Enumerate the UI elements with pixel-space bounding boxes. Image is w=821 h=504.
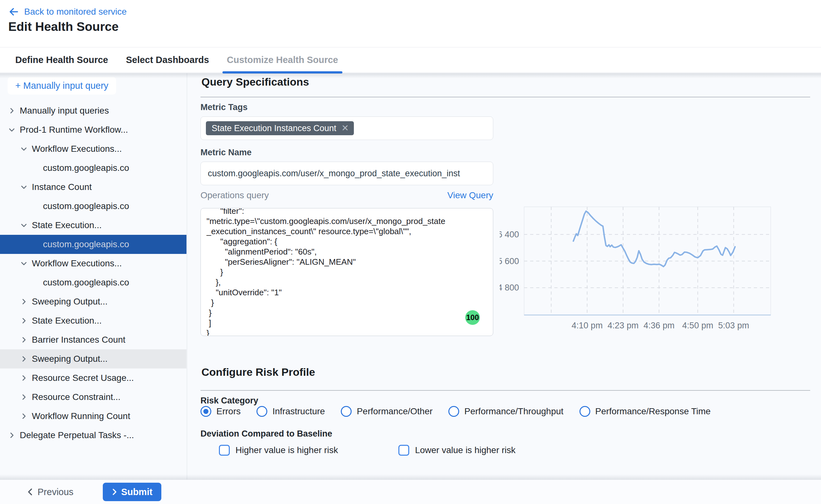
tab-customize-health-source[interactable]: Customize Health Source <box>227 47 338 73</box>
tree-item[interactable]: Sweeping Output... <box>0 349 186 368</box>
checkbox-icon[interactable] <box>219 445 230 456</box>
risk-category-radio-group: ErrorsInfrastructurePerformance/OtherPer… <box>200 406 711 417</box>
tree-item-label: Resource Secret Usage... <box>32 373 134 383</box>
risk-radio-infrastructure[interactable]: Infrastructure <box>256 406 325 417</box>
tree-item-label: Workflow Executions... <box>32 258 122 269</box>
operations-query-label: Operations query <box>200 190 269 200</box>
tree-item[interactable]: Delegate Perpetual Tasks -... <box>0 426 186 445</box>
deviation-checkbox-higher-value-is-higher-risk[interactable]: Higher value is higher risk <box>219 445 338 456</box>
section-divider <box>200 97 810 97</box>
tree-item[interactable]: Instance Count <box>0 178 186 197</box>
radio-label: Performance/Other <box>357 406 432 417</box>
radio-label: Performance/Response Time <box>595 406 711 417</box>
metric-tags-label: Metric Tags <box>200 102 248 112</box>
tree-item[interactable]: custom.googleapis.co <box>0 197 186 216</box>
tree-item[interactable]: Resource Constraint... <box>0 388 186 407</box>
radio-icon[interactable] <box>341 406 352 417</box>
checkbox-icon[interactable] <box>398 445 409 456</box>
chevron-right-icon[interactable] <box>20 317 28 325</box>
metric-tag-chip[interactable]: State Execution Instances Count ✕ <box>206 121 354 135</box>
section-divider <box>200 390 810 391</box>
chip-remove-icon[interactable]: ✕ <box>341 124 349 133</box>
tree-item[interactable]: Workflow Running Count <box>0 407 186 426</box>
operations-query-textarea[interactable]: "filter": "metric.type=\"custom.googleap… <box>200 208 493 336</box>
tree-item-label: Resource Constraint... <box>32 392 121 402</box>
back-to-monitored-service-link[interactable]: Back to monitored service <box>8 6 127 17</box>
records-count-badge: 100 <box>465 310 480 325</box>
metric-name-label: Metric Name <box>200 148 252 157</box>
deviation-checkbox-group: Higher value is higher riskLower value i… <box>219 445 516 456</box>
chevron-right-icon[interactable] <box>20 355 28 363</box>
tree-item-label: Workflow Running Count <box>32 411 130 421</box>
tree-item[interactable]: custom.googleapis.co <box>0 273 186 292</box>
view-query-link[interactable]: View Query <box>447 190 493 200</box>
tree-item-label: Prod-1 Runtime Workflow... <box>20 125 128 135</box>
radio-label: Infrastructure <box>272 406 325 417</box>
page-header: Back to monitored service Edit Health So… <box>0 0 821 47</box>
radio-icon[interactable] <box>579 406 590 417</box>
chevron-down-icon[interactable] <box>8 126 16 134</box>
previous-button-label: Previous <box>38 487 74 497</box>
tab-select-dashboards[interactable]: Select Dashboards <box>126 47 209 73</box>
footer-bar: Previous Submit <box>0 479 821 504</box>
risk-radio-errors[interactable]: Errors <box>200 406 241 417</box>
x-axis-tick-label: 4:50 pm <box>682 321 713 330</box>
deviation-checkbox-lower-value-is-higher-risk[interactable]: Lower value is higher risk <box>398 445 516 456</box>
metric-tag-chip-label: State Execution Instances Count <box>212 123 336 133</box>
chevron-down-icon[interactable] <box>20 259 28 268</box>
add-manual-query-button[interactable]: + Manually input query <box>8 77 116 95</box>
tree-item-label: custom.googleapis.co <box>43 277 129 288</box>
chevron-right-icon[interactable] <box>20 336 28 344</box>
tree-item-label: Delegate Perpetual Tasks -... <box>20 430 134 440</box>
tree-item-label: Instance Count <box>32 182 92 192</box>
tree-item[interactable]: Workflow Executions... <box>0 254 186 273</box>
chevron-down-icon[interactable] <box>20 145 28 153</box>
tree-item[interactable]: custom.googleapis.co <box>0 158 186 178</box>
chevron-down-icon[interactable] <box>20 183 28 191</box>
checkbox-label: Lower value is higher risk <box>415 445 516 455</box>
x-axis-tick-label: 4:36 pm <box>643 321 675 330</box>
radio-icon[interactable] <box>256 406 267 417</box>
deviation-baseline-label: Deviation Compared to Baseline <box>200 429 332 439</box>
chevron-right-icon[interactable] <box>8 431 16 439</box>
tree-item[interactable]: Barrier Instances Count <box>0 330 186 349</box>
tree-item[interactable]: Manually input queries <box>0 101 186 120</box>
tree-item[interactable]: Sweeping Output... <box>0 292 186 311</box>
tree-item-label: State Execution... <box>32 316 102 326</box>
tree-item[interactable]: Resource Secret Usage... <box>0 368 186 388</box>
tree-item[interactable]: State Execution... <box>0 216 186 235</box>
tree-item[interactable]: custom.googleapis.co <box>0 235 186 254</box>
back-link-label: Back to monitored service <box>24 7 127 17</box>
tree-item-label: custom.googleapis.co <box>43 201 129 211</box>
risk-radio-performance-other[interactable]: Performance/Other <box>341 406 432 417</box>
risk-radio-performance-response-time[interactable]: Performance/Response Time <box>579 406 711 417</box>
tab-define-health-source[interactable]: Define Health Source <box>15 47 108 73</box>
previous-button[interactable]: Previous <box>27 487 74 497</box>
tree-item-label: custom.googleapis.co <box>43 239 129 249</box>
tree-item-label: State Execution... <box>32 220 102 230</box>
tree-item[interactable]: Prod-1 Runtime Workflow... <box>0 120 186 139</box>
submit-button-label: Submit <box>121 487 152 497</box>
tree-item[interactable]: Workflow Executions... <box>0 139 186 158</box>
chevron-right-icon[interactable] <box>20 297 28 306</box>
x-axis-tick-label: 4:10 pm <box>572 321 603 330</box>
chevron-right-icon <box>112 488 117 496</box>
tree-item-label: Sweeping Output... <box>32 297 108 307</box>
chevron-right-icon[interactable] <box>20 374 28 382</box>
metric-name-input[interactable]: custom.googleapis.com/user/x_mongo_prod_… <box>200 162 493 185</box>
metric-name-value: custom.googleapis.com/user/x_mongo_prod_… <box>208 162 488 185</box>
edit-health-source-page: Back to monitored service Edit Health So… <box>0 0 821 504</box>
radio-icon[interactable] <box>448 406 459 417</box>
risk-category-label: Risk Category <box>200 396 258 406</box>
chevron-right-icon[interactable] <box>20 412 28 420</box>
chevron-right-icon[interactable] <box>20 393 28 401</box>
risk-radio-performance-throughput[interactable]: Performance/Throughput <box>448 406 563 417</box>
chevron-down-icon[interactable] <box>20 221 28 229</box>
chevron-right-icon[interactable] <box>8 107 16 115</box>
submit-button[interactable]: Submit <box>103 483 161 501</box>
metric-line-series <box>573 211 735 267</box>
tree-item-label: Sweeping Output... <box>32 354 108 364</box>
metric-tags-input[interactable]: State Execution Instances Count ✕ <box>200 116 493 140</box>
tree-item[interactable]: State Execution... <box>0 311 186 330</box>
radio-icon[interactable] <box>200 406 211 417</box>
